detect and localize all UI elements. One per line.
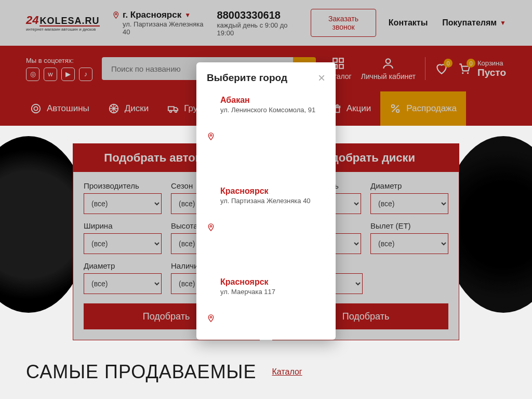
close-icon[interactable]: × — [318, 72, 325, 84]
city-option-name: Абакан — [220, 96, 315, 105]
city-option-name: Красноярск — [220, 187, 311, 196]
modal-title: Выберите город — [207, 72, 287, 84]
city-option-address: ул. Маерчака 117 — [220, 288, 275, 296]
pin-icon — [207, 188, 215, 267]
city-option[interactable]: Красноярскул. Партизана Железняка 40 — [196, 181, 336, 272]
city-option[interactable]: Абаканул. Ленинского Комсомола, 91 — [196, 90, 336, 181]
city-option-name: Красноярск — [220, 277, 275, 287]
pin-icon — [207, 97, 215, 176]
pin-icon — [207, 278, 215, 340]
city-list[interactable]: Абаканул. Ленинского Комсомола, 91Красно… — [196, 90, 336, 340]
city-modal: Выберите город × Абаканул. Ленинского Ко… — [196, 62, 336, 340]
city-option[interactable]: Красноярскул. Маерчака 117 — [196, 272, 336, 340]
city-option-address: ул. Партизана Железняка 40 — [220, 197, 311, 205]
city-option-address: ул. Ленинского Комсомола, 91 — [220, 106, 315, 114]
